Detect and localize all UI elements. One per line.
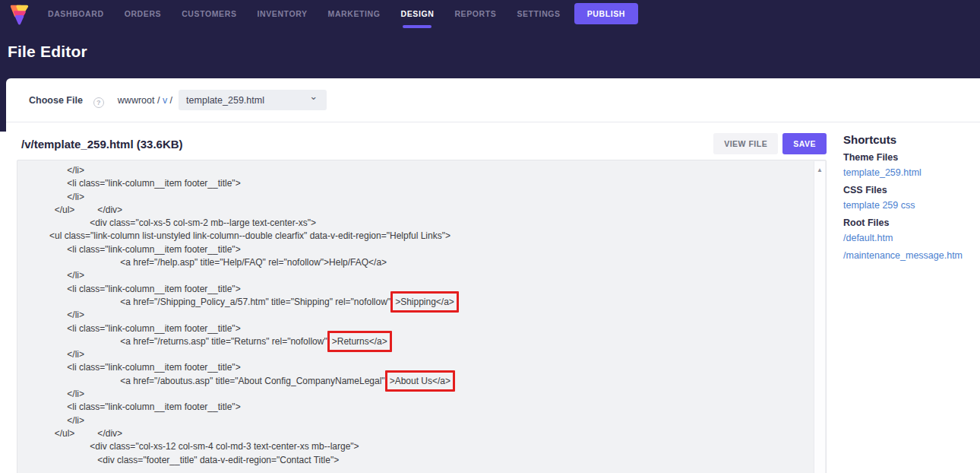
code-text: </li>: [34, 349, 84, 360]
code-text: </li>: [34, 165, 84, 176]
code-line: <li class="link-column__item footer__tit…: [34, 243, 803, 256]
code-line: </li>: [34, 191, 803, 204]
code-line: </ul> </div>: [34, 204, 803, 217]
main-navbar: DASHBOARDORDERSCUSTOMERSINVENTORYMARKETI…: [0, 0, 980, 27]
code-text: </li>: [34, 415, 84, 426]
code-text: </li>: [34, 270, 84, 281]
shortcuts-section-theme-files: Theme Files: [843, 152, 971, 163]
code-content: </li> <li class="link-column__item foote…: [17, 160, 826, 467]
page-title: File Editor: [0, 27, 980, 61]
code-text: <li class="link-column__item footer__tit…: [34, 323, 241, 334]
code-line: <div class="col-xs-5 col-sm-2 mb--large …: [34, 217, 803, 230]
shortcut-link-template-259-html[interactable]: template_259.html: [843, 167, 971, 178]
code-text: <li class="link-column__item footer__tit…: [34, 284, 241, 294]
code-text: </ul> </div>: [34, 428, 122, 439]
file-heading: /v/template_259.html (33.6KB): [21, 138, 183, 151]
shortcut-link--default-htm[interactable]: /default.htm: [843, 233, 971, 243]
code-editor[interactable]: </li> <li class="link-column__item foote…: [17, 160, 827, 473]
scroll-up-icon[interactable]: ▲: [817, 167, 823, 173]
volusion-logo-icon: [9, 4, 30, 27]
code-text: <div class="col-xs-5 col-sm-2 mb--large …: [34, 217, 316, 228]
file-select-dropdown[interactable]: template_259.html ⌄: [179, 90, 327, 110]
shortcuts-title: Shortcuts: [843, 133, 971, 146]
nav-item-dashboard[interactable]: DASHBOARD: [48, 0, 104, 27]
shortcuts-section-root-files: Root Files: [843, 217, 971, 228]
code-text: <li class="link-column__item footer__tit…: [34, 178, 241, 189]
file-editor-page: DASHBOARDORDERSCUSTOMERSINVENTORYMARKETI…: [0, 0, 980, 473]
chevron-down-icon: ⌄: [309, 90, 318, 102]
nav-item-reports[interactable]: REPORTS: [454, 0, 496, 27]
choose-file-bar: Choose File ? wwwroot / v / template_259…: [6, 78, 980, 122]
shortcuts-sections: Theme Filestemplate_259.htmlCSS Filestem…: [843, 152, 971, 261]
content-area: /v/template_259.html (33.6KB) VIEW FILE …: [6, 122, 980, 473]
code-text: <div class="col-xs-12 col-sm-4 col-md-3 …: [34, 441, 359, 452]
breadcrumb-separator: /: [167, 95, 172, 106]
code-line: <a href="/Shipping_Policy_a/57.htm" titl…: [34, 296, 803, 309]
code-line: <div class="col-xs-12 col-sm-4 col-md-3 …: [34, 440, 803, 453]
code-line: </li>: [34, 164, 803, 177]
code-text: <li class="link-column__item footer__tit…: [34, 362, 241, 373]
code-text: <div class="footer__title" data-v-edit-r…: [34, 455, 339, 465]
code-text: </li>: [34, 389, 84, 399]
code-text: </ul> </div>: [34, 205, 122, 215]
highlighted-code: >Shipping</a>: [390, 291, 459, 313]
file-select-value: template_259.html: [186, 95, 264, 106]
breadcrumb-root: wwwroot /: [118, 95, 163, 106]
code-line: </li>: [34, 269, 803, 282]
code-line: <a href="/aboutus.asp" title="About Conf…: [34, 375, 803, 388]
highlighted-code: >Returns</a>: [327, 331, 392, 352]
nav-item-orders[interactable]: ORDERS: [125, 0, 162, 27]
editor-column: /v/template_259.html (33.6KB) VIEW FILE …: [17, 133, 827, 473]
code-line: <ul class="link-column list-unstyled lin…: [34, 230, 803, 243]
editor-actions: VIEW FILE SAVE: [713, 133, 827, 154]
content-card: Choose File ? wwwroot / v / template_259…: [6, 78, 980, 473]
breadcrumb: wwwroot / v /: [118, 95, 172, 106]
help-icon[interactable]: ?: [93, 97, 104, 108]
nav-item-design[interactable]: DESIGN: [401, 0, 435, 27]
code-text: <ul class="link-column list-unstyled lin…: [34, 230, 450, 241]
nav-items: DASHBOARDORDERSCUSTOMERSINVENTORYMARKETI…: [48, 0, 561, 27]
code-text: <li class="link-column__item footer__tit…: [34, 402, 241, 412]
editor-scrollbar[interactable]: ▲: [814, 161, 825, 473]
nav-item-settings[interactable]: SETTINGS: [517, 0, 560, 27]
code-text: </li>: [34, 192, 84, 202]
shortcuts-section-css-files: CSS Files: [843, 185, 971, 195]
code-line: <li class="link-column__item footer__tit…: [34, 322, 803, 335]
shortcut-link--maintenance-message-htm[interactable]: /maintenance_message.htm: [843, 250, 971, 261]
code-text: <a href="/aboutus.asp" title="About Conf…: [34, 376, 385, 386]
editor-header: /v/template_259.html (33.6KB) VIEW FILE …: [17, 133, 827, 154]
nav-item-customers[interactable]: CUSTOMERS: [182, 0, 236, 27]
code-text: <a href="/Shipping_Policy_a/57.htm" titl…: [34, 297, 390, 307]
highlighted-code: >About Us</a>: [385, 370, 455, 392]
code-text: </li>: [34, 310, 84, 320]
nav-item-marketing[interactable]: MARKETING: [328, 0, 381, 27]
code-line: </li>: [34, 348, 803, 361]
choose-file-label: Choose File: [29, 95, 83, 106]
code-line: <li class="link-column__item footer__tit…: [34, 401, 803, 414]
code-line: </ul> </div>: [34, 427, 803, 440]
code-line: </li>: [34, 414, 803, 427]
code-line: <div class="footer__title" data-v-edit-r…: [34, 454, 803, 467]
code-line: <li class="link-column__item footer__tit…: [34, 177, 803, 190]
view-file-button[interactable]: VIEW FILE: [713, 133, 778, 154]
publish-button[interactable]: PUBLISH: [574, 3, 638, 24]
shortcuts-panel: Shortcuts Theme Filestemplate_259.htmlCS…: [843, 133, 971, 473]
shortcut-link-template-259-css[interactable]: template 259 css: [843, 200, 971, 211]
code-text: <a href="/help.asp" title="Help/FAQ" rel…: [34, 257, 387, 268]
nav-item-inventory[interactable]: INVENTORY: [257, 0, 307, 27]
save-button[interactable]: SAVE: [782, 133, 827, 154]
code-text: <li class="link-column__item footer__tit…: [34, 244, 241, 255]
code-line: <a href="/help.asp" title="Help/FAQ" rel…: [34, 256, 803, 269]
code-line: <a href="/returns.asp" title="Returns" r…: [34, 335, 803, 348]
code-text: <a href="/returns.asp" title="Returns" r…: [34, 336, 327, 347]
